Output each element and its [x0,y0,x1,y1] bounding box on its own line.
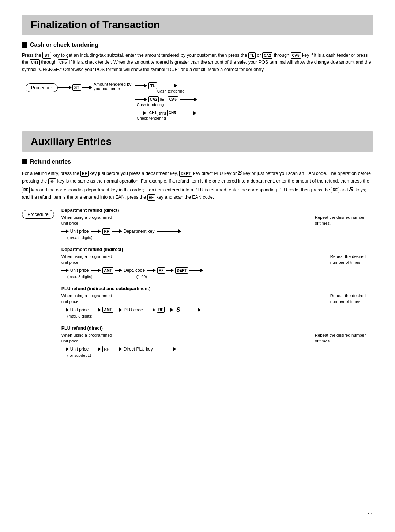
plu-indirect-desc2: unit price [61,299,112,304]
unit-price-label-1: Unit price [70,229,89,234]
tl-key-inline: TL [248,52,256,59]
ca2-key-inline: CA2 [262,52,272,59]
plu-direct-desc1: When using a programmed [61,333,112,337]
rf-key-inline1: RF [80,171,88,177]
ch5-key-inline: CH5 [58,59,68,65]
tl-key-flow: TL [148,82,157,89]
plu-indirect-title: PLU refund (indirect and subdepartment) [61,286,373,291]
dept-direct-section: Department refund (direct) When using a … [61,208,373,240]
direct-plu-label: Direct PLU key [124,346,153,352]
bullet-icon-2 [22,159,27,164]
rf-key-inline5: RF [147,194,155,201]
thru2-label: thru [159,111,166,115]
rf-key-2: RF [157,267,165,274]
plu-indirect-repeat2: number of times. [330,299,366,304]
unit-price-label-4: Unit price [70,346,89,352]
rf-key-inline2: RF [48,178,56,184]
max8-1: (max. 8 digits) [67,235,373,240]
dept-code-label: Dept. code [124,268,145,273]
for-subdept: (for subdept.) [67,353,373,357]
auxiliary-title: Auxiliary Entries [31,136,364,147]
plu-direct-desc2: unit price [61,339,112,343]
page-number: 11 [368,512,373,517]
cash-tendering-1: Cash tendering [157,89,197,93]
rf-key-4: RF [102,346,110,352]
unit-price-label-3: Unit price [70,307,89,312]
bullet-icon [22,42,27,48]
st-key-flow: ST [72,84,81,91]
rf-key-3: RF [157,307,165,313]
refund-body: For a refund entry, press the RF key jus… [22,169,373,201]
refund-title: Refund entries [22,158,373,165]
ch1-key-flow: CH1 [148,110,158,116]
ca5-key-inline: CA5 [291,52,301,59]
dept-indirect-desc2: unit price [61,260,112,265]
dept-indirect-repeat2: number of times. [330,260,366,265]
amt-key-1: AMT [102,267,113,274]
plu-direct-title: PLU refund (direct) [61,326,373,331]
amt-key-2: AMT [102,307,113,313]
range-label: (1-99) [136,274,147,279]
plu-direct-repeat1: Repeat the desired number [315,333,366,337]
rf-key-1: RF [102,228,110,235]
st-key-inline: ST [42,52,51,59]
dept-direct-repeat1: Repeat the desired number [315,215,366,220]
plu-direct-repeat2: of times. [315,339,366,343]
refund-procedure-wrap: Procedure Department refund (direct) Whe… [22,208,373,365]
dept-key-2: DEPT [175,267,188,274]
dept-direct-title: Department refund (direct) [61,208,373,213]
dept-indirect-title: Department refund (indirect) [61,247,373,252]
procedure-bubble-2: Procedure [22,210,54,219]
cash-tendering-2: Cash tendering [137,102,197,107]
ch5-key-flow: CH5 [167,110,177,116]
plu-indirect-section: PLU refund (indirect and subdepartment) … [61,286,373,318]
rf-key-inline3: RF [22,187,30,193]
finalization-title: Finalization of Transaction [31,19,364,31]
cash-check-section: Cash or check tendering Press the ST key… [22,42,373,120]
unit-price-label-2: Unit price [70,268,89,273]
dept-direct-desc1: When using a programmed [61,215,112,220]
thru1-label: thru [160,97,167,102]
your-customer-label: your customer [94,86,134,91]
auxiliary-header: Auxiliary Entries [22,131,373,152]
rf-key-inline4: RF [331,187,339,193]
ca2-key-flow: CA2 [148,96,159,102]
plu-direct-section: PLU refund (direct) When using a program… [61,326,373,357]
check-tendering: Check tendering [137,116,197,120]
dept-direct-desc2: unit price [61,221,112,225]
max8-2: (max. 8 digits) [67,274,93,279]
refund-section: Refund entries For a refund entry, press… [22,158,373,364]
dept-key-inline: DEPT [179,171,192,177]
dept-direct-repeat2: of times. [315,221,366,225]
cash-check-body: Press the ST key to get an including-tax… [22,52,373,73]
s-key-plu: S [176,307,180,313]
amount-label: Amount tendered by [94,82,134,86]
cash-check-title: Cash or check tendering [22,42,373,48]
cash-check-flow: Procedure ST Amount tend [22,80,373,120]
plu-indirect-repeat1: Repeat the desired [330,293,366,298]
plu-code-label: PLU code [124,307,143,312]
ca5-key-flow: CA5 [168,96,178,102]
dept-key-label-1: Department key [124,229,155,234]
procedure-bubble-1: Procedure [26,83,58,92]
ch1-key-inline: CH1 [30,59,40,65]
refund-procedure-content: Department refund (direct) When using a … [61,208,373,365]
dept-indirect-repeat1: Repeat the desired [330,254,366,259]
plu-indirect-desc1: When using a programmed [61,293,112,298]
dept-indirect-desc1: When using a programmed [61,254,112,259]
finalization-header: Finalization of Transaction [22,15,373,35]
max8-3: (max. 8 digits) [67,314,373,318]
dept-indirect-section: Department refund (indirect) When using … [61,247,373,279]
